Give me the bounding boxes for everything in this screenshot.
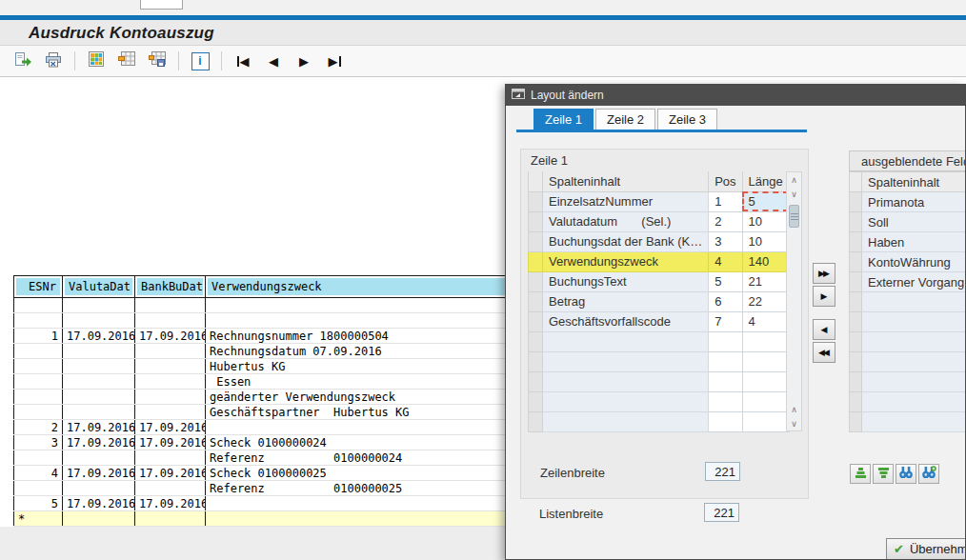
- cell-laenge[interactable]: [742, 331, 789, 351]
- cell-pos[interactable]: [709, 351, 742, 371]
- cell-pos[interactable]: [709, 331, 742, 351]
- hidden-field-row[interactable]: [850, 392, 966, 412]
- last-page-button[interactable]: ▶: [321, 49, 348, 73]
- apply-button[interactable]: ✔ Übernehmen: [886, 538, 966, 560]
- layout-table-row[interactable]: Verwendungszweck 4 140: [529, 251, 790, 271]
- cell-pos[interactable]: [709, 371, 742, 391]
- cell-spalteninhalt[interactable]: Buchungsdat der Bank (K…: [543, 231, 709, 251]
- row-selector[interactable]: [529, 211, 543, 231]
- layout-table-row[interactable]: [529, 411, 790, 431]
- layout-select-button[interactable]: [83, 49, 110, 73]
- row-selector[interactable]: [850, 252, 862, 272]
- hidden-field-row[interactable]: KontoWährung: [850, 252, 966, 272]
- cell-pos[interactable]: 7: [709, 311, 742, 331]
- tab-zeile-1[interactable]: Zeile 1: [533, 109, 594, 130]
- layout-save-button[interactable]: [144, 49, 171, 73]
- tab-zeile-3[interactable]: Zeile 3: [657, 109, 717, 130]
- cell-laenge[interactable]: 5: [742, 191, 789, 211]
- cell-laenge[interactable]: [742, 351, 789, 371]
- cell-spalteninhalt[interactable]: [543, 351, 709, 371]
- move-right-button[interactable]: ▶: [813, 286, 835, 307]
- cell-field-name[interactable]: Externer Vorgang: [862, 272, 966, 292]
- cell-field-name[interactable]: [862, 352, 966, 372]
- sort-descending-button[interactable]: [873, 464, 894, 484]
- scroll-up-icon[interactable]: ∧: [787, 402, 801, 416]
- listenbreite-field[interactable]: 221: [704, 503, 739, 522]
- cell-laenge[interactable]: [742, 411, 789, 431]
- tab-zeile-2[interactable]: Zeile 2: [595, 109, 655, 130]
- find-button[interactable]: [896, 464, 916, 484]
- cell-spalteninhalt[interactable]: [543, 371, 709, 391]
- row-selector[interactable]: [850, 312, 862, 332]
- row-selector[interactable]: [529, 231, 543, 251]
- scroll-down-icon[interactable]: ∨: [787, 416, 801, 430]
- cell-spalteninhalt[interactable]: Verwendungszweck: [543, 251, 709, 271]
- next-page-button[interactable]: ▶: [291, 49, 317, 73]
- hidden-field-row[interactable]: Haben: [850, 232, 966, 252]
- cell-pos[interactable]: 2: [709, 211, 742, 231]
- hidden-field-row[interactable]: [850, 332, 966, 352]
- row-selector[interactable]: [529, 331, 543, 351]
- row-selector[interactable]: [529, 271, 543, 291]
- cell-field-name[interactable]: Primanota: [862, 192, 966, 212]
- cell-field-name[interactable]: [862, 312, 966, 332]
- cell-laenge[interactable]: 10: [742, 231, 789, 251]
- row-selector[interactable]: [529, 291, 543, 311]
- find-next-button[interactable]: [918, 464, 939, 484]
- hidden-field-row[interactable]: [850, 292, 966, 312]
- layout-table-row[interactable]: [529, 371, 790, 391]
- cell-laenge[interactable]: 22: [742, 291, 789, 311]
- cell-spalteninhalt[interactable]: EinzelsatzNummer: [543, 191, 709, 211]
- first-page-button[interactable]: ◀: [230, 49, 256, 73]
- cell-field-name[interactable]: Soll: [862, 212, 966, 232]
- cell-laenge[interactable]: 21: [742, 271, 789, 291]
- layout-table-scrollbar[interactable]: ∧ ∨ ∧ ∨: [786, 171, 802, 431]
- cell-pos[interactable]: 4: [709, 251, 742, 271]
- hidden-field-row[interactable]: Externer Vorgang: [850, 272, 966, 292]
- row-selector[interactable]: [529, 251, 543, 271]
- cell-spalteninhalt[interactable]: Geschäftsvorfallscode: [543, 311, 709, 331]
- row-selector[interactable]: [529, 191, 543, 211]
- scroll-up-icon[interactable]: ∧: [787, 172, 801, 187]
- layout-table-row[interactable]: [529, 331, 790, 351]
- cell-field-name[interactable]: [862, 292, 966, 312]
- layout-table-row[interactable]: Betrag 6 22: [529, 291, 790, 311]
- cell-pos[interactable]: 3: [709, 231, 742, 251]
- row-selector[interactable]: [850, 392, 862, 412]
- cell-pos[interactable]: 5: [709, 271, 742, 291]
- layout-table-row[interactable]: BuchungsText 5 21: [529, 271, 790, 291]
- cell-spalteninhalt[interactable]: Betrag: [543, 291, 709, 311]
- export-button[interactable]: [10, 49, 36, 73]
- cell-laenge[interactable]: 10: [742, 211, 789, 231]
- row-selector[interactable]: [529, 411, 543, 431]
- row-selector[interactable]: [850, 232, 862, 252]
- layout-table-row[interactable]: Buchungsdat der Bank (K… 3 10: [529, 231, 790, 251]
- cell-spalteninhalt[interactable]: [543, 331, 709, 351]
- layout-table-row[interactable]: Geschäftsvorfallscode 7 4: [529, 311, 790, 331]
- row-selector[interactable]: [529, 371, 543, 391]
- scrollbar-thumb[interactable]: [789, 205, 799, 228]
- layout-table-row[interactable]: EinzelsatzNummer 1 5: [529, 191, 790, 211]
- cell-field-name[interactable]: [862, 392, 966, 412]
- hidden-field-row[interactable]: [850, 312, 966, 332]
- command-field-partial[interactable]: [140, 0, 183, 10]
- dialog-title-bar[interactable]: Layout ändern: [506, 85, 965, 106]
- row-selector[interactable]: [850, 212, 862, 232]
- cell-pos[interactable]: 1: [709, 191, 742, 211]
- cell-spalteninhalt[interactable]: Valutadatum (Sel.): [543, 211, 709, 231]
- cell-laenge[interactable]: [742, 391, 789, 411]
- row-selector[interactable]: [850, 192, 862, 212]
- cell-spalteninhalt[interactable]: [543, 411, 709, 431]
- hidden-field-row[interactable]: [850, 412, 966, 432]
- row-selector[interactable]: [529, 391, 543, 411]
- row-selector[interactable]: [850, 292, 862, 312]
- hidden-field-row[interactable]: [850, 372, 966, 392]
- cell-field-name[interactable]: Haben: [862, 232, 966, 252]
- layout-table-row[interactable]: [529, 351, 790, 371]
- hidden-field-row[interactable]: [850, 352, 966, 372]
- row-selector[interactable]: [529, 351, 543, 371]
- cell-pos[interactable]: 6: [709, 291, 742, 311]
- cell-field-name[interactable]: KontoWährung: [862, 252, 966, 272]
- cell-spalteninhalt[interactable]: BuchungsText: [543, 271, 709, 291]
- row-selector[interactable]: [850, 272, 862, 292]
